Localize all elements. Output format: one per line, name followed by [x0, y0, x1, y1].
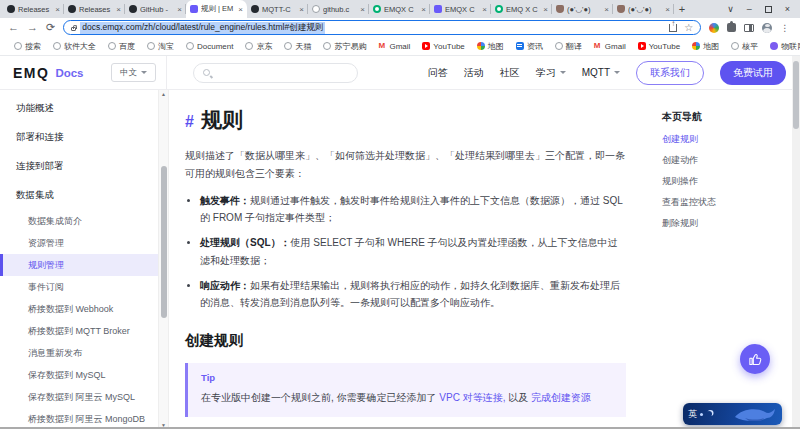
tab-kaomoji-1[interactable]: (●'◡'●)× — [552, 0, 613, 18]
tab-rules-active[interactable]: 规则 | EM× — [186, 0, 247, 18]
reload-icon[interactable]: ⟳ — [46, 22, 55, 33]
chevron-down-icon[interactable]: ∨ — [727, 5, 734, 14]
aside-link-create-action[interactable]: 创建动作 — [662, 154, 792, 167]
bookmark-item[interactable]: 淘宝 — [141, 41, 180, 52]
profile-avatar[interactable] — [762, 23, 772, 33]
create-resource-link[interactable]: 完成创建资源 — [531, 392, 591, 403]
nav-qa[interactable]: 问答 — [428, 66, 448, 80]
vpc-peering-link[interactable]: VPC 对等连接, — [439, 392, 505, 403]
new-tab-button[interactable]: + — [674, 0, 690, 18]
bookmark-item[interactable]: 苏宁易购 — [317, 41, 372, 52]
tab-github[interactable]: GitHub -× — [125, 0, 186, 18]
close-window-icon[interactable]: × — [785, 5, 790, 14]
maximize-icon[interactable] — [765, 6, 772, 13]
side-panel-icon[interactable] — [744, 24, 754, 32]
bookmark-item[interactable]: 天猫 — [278, 41, 317, 52]
bookmark-item[interactable]: Document — [180, 42, 239, 51]
extensions-puzzle-icon[interactable] — [727, 23, 736, 32]
tab-close-icon[interactable]: × — [482, 5, 487, 14]
bookmark-item[interactable]: 地图 — [686, 41, 725, 52]
address-bar[interactable]: docs.emqx.com/zh/cloud/latest/rule_engin… — [63, 20, 701, 35]
nav-mqtt[interactable]: MQTT — [582, 67, 620, 78]
nav-community[interactable]: 社区 — [500, 66, 520, 80]
bookmark-item[interactable]: 地图 — [471, 41, 510, 52]
sidebar-item-events[interactable]: 事件订阅 — [0, 276, 158, 298]
tab-emqx-1[interactable]: EMQX C× — [369, 0, 430, 18]
nav-events[interactable]: 活动 — [464, 66, 484, 80]
browser-menu-icon[interactable]: ⋮ — [780, 23, 789, 33]
tab-close-icon[interactable]: × — [543, 5, 548, 14]
bookmark-item[interactable]: 软件大全 — [47, 41, 102, 52]
tab-close-icon[interactable]: × — [238, 5, 243, 14]
emq-logo[interactable]: EMQ — [13, 65, 49, 81]
sidebar-item-webhook[interactable]: 桥接数据到 Webhook — [0, 298, 158, 320]
sidebar-scrollbar-thumb[interactable] — [161, 166, 167, 318]
bookmark-item[interactable]: 核平 — [725, 41, 764, 52]
sidebar-item-mysql[interactable]: 保存数据到 MySQL — [0, 364, 158, 386]
forward-icon[interactable]: → — [27, 22, 38, 33]
language-selector[interactable]: 中文 — [111, 63, 156, 82]
bookmark-item[interactable]: 资讯 — [510, 41, 549, 52]
tab-github-c[interactable]: github.c× — [308, 0, 369, 18]
tab-close-icon[interactable]: × — [299, 5, 304, 14]
sidebar-item-resources[interactable]: 资源管理 — [0, 232, 158, 254]
search-input[interactable] — [193, 63, 358, 83]
sidebar-item-mqtt-broker[interactable]: 桥接数据到 MQTT Broker — [0, 320, 158, 342]
bookmark-star-icon[interactable]: ☆ — [684, 23, 693, 33]
bookmark-item[interactable]: 物联网前置及培训.. — [764, 41, 800, 52]
feedback-like-button[interactable] — [740, 344, 770, 374]
bookmark-item[interactable]: Gmail — [588, 42, 632, 51]
sidebar-section-deploy[interactable]: 部署和连接 — [0, 123, 158, 152]
bookmark-item[interactable]: 翻译 — [549, 41, 588, 52]
sidebar-section-connect[interactable]: 连接到部署 — [0, 152, 158, 181]
tab-close-icon[interactable]: × — [665, 5, 670, 14]
tab-kaomoji-2[interactable]: (●'◡'●)× — [613, 0, 674, 18]
docs-logo-label[interactable]: Docs — [55, 67, 83, 79]
sidebar-scrollbar[interactable]: ▲ ▼ — [158, 90, 169, 429]
heading-anchor-icon[interactable]: # — [185, 113, 194, 131]
page-scrollbar[interactable] — [792, 56, 800, 427]
promo-banner[interactable]: 英 — [683, 403, 782, 425]
minimize-icon[interactable]: – — [747, 5, 752, 14]
bookmark-item[interactable]: 京东 — [239, 41, 278, 52]
bookmark-item[interactable]: Gmail — [372, 42, 416, 51]
scroll-up-icon[interactable]: ▲ — [159, 91, 168, 97]
tab-close-icon[interactable]: × — [604, 5, 609, 14]
sidebar-section-data-integration[interactable]: 数据集成 — [0, 181, 158, 210]
section-title-create-rule[interactable]: 创建规则 — [185, 331, 626, 350]
share-icon[interactable] — [669, 24, 677, 32]
chevron-down-icon — [141, 71, 147, 74]
aside-link-rule-ops[interactable]: 规则操作 — [662, 175, 792, 188]
bookmark-item[interactable]: 搜索 — [8, 41, 47, 52]
tab-emqx-3[interactable]: EMQ X C× — [491, 0, 552, 18]
back-icon[interactable]: ← — [8, 22, 19, 33]
page-scrollbar-thumb[interactable] — [793, 61, 799, 129]
sidebar-section-overview[interactable]: 功能概述 — [0, 94, 158, 123]
tab-close-icon[interactable]: × — [177, 5, 182, 14]
sidebar-item-intro[interactable]: 数据集成简介 — [0, 210, 158, 232]
sidebar-item-republish[interactable]: 消息重新发布 — [0, 342, 158, 364]
url-text[interactable]: docs.emqx.com/zh/cloud/latest/rule_engin… — [80, 22, 325, 34]
tab-emqx-2[interactable]: EMQX C× — [430, 0, 491, 18]
contact-us-button[interactable]: 联系我们 — [636, 61, 704, 85]
tab-releases-2[interactable]: Releases× — [64, 0, 125, 18]
extension-globe-icon[interactable] — [709, 23, 719, 33]
tab-releases-1[interactable]: Releases× — [3, 0, 64, 18]
tab-close-icon[interactable]: × — [421, 5, 426, 14]
sidebar-item-rules-active[interactable]: 规则管理 — [0, 254, 158, 276]
bookmark-item[interactable]: YouTube — [632, 42, 686, 51]
tab-close-icon[interactable]: × — [360, 5, 365, 14]
nav-learn[interactable]: 学习 — [536, 66, 566, 80]
aside-link-monitor[interactable]: 查看监控状态 — [662, 196, 792, 209]
sidebar-item-aliyun-mongodb[interactable]: 桥接数据到 阿里云 MongoDB — [0, 408, 158, 429]
tab-close-icon[interactable]: × — [116, 5, 121, 14]
bookmark-item[interactable]: 百度 — [102, 41, 141, 52]
aside-link-create-rule[interactable]: 创建规则 — [662, 133, 792, 146]
sidebar-item-aliyun-mysql[interactable]: 保存数据到 阿里云 MySQL — [0, 386, 158, 408]
bookmark-item[interactable]: YouTube — [416, 42, 470, 51]
free-trial-button[interactable]: 免费试用 — [720, 61, 786, 85]
globe-icon — [245, 42, 253, 50]
tab-close-icon[interactable]: × — [55, 5, 60, 14]
aside-link-delete-rule[interactable]: 删除规则 — [662, 217, 792, 230]
tab-mqtt-c[interactable]: MQTT-C× — [247, 0, 308, 18]
